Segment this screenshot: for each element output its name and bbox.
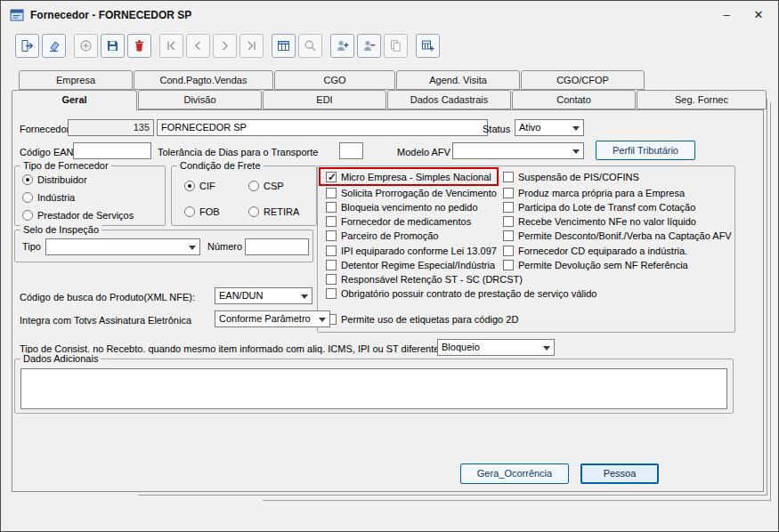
fornecedor-name-field[interactable]: FORNECEDOR SP: [157, 119, 488, 136]
tab-cond-pagto-vendas[interactable]: Cond.Pagto.Vendas: [134, 70, 273, 90]
exit-button[interactable]: [15, 34, 39, 58]
tab-geral[interactable]: Geral: [12, 90, 137, 110]
last-record-button[interactable]: [239, 34, 264, 58]
checkbox-permite-desconto-bonif[interactable]: Permite Desconto/Bonif./Verba na Captaçã…: [503, 230, 732, 242]
checkbox-bloqueia-vencimento-pedido[interactable]: Bloqueia vencimento no pedido: [326, 201, 478, 214]
checkbox-label: Permite uso de etiquetas para código 2D: [341, 314, 518, 325]
tab-cgo[interactable]: CGO: [274, 70, 395, 90]
pessoa-button[interactable]: Pessoa: [580, 463, 659, 484]
gera-ocorrencia-button[interactable]: Gera_Ocorrência: [460, 463, 569, 484]
checkbox-label: Permite Desconto/Bonif./Verba na Captaçã…: [518, 230, 732, 241]
checkbox-label: Recebe Vencimento NFe no valor líquido: [518, 216, 696, 227]
checkbox-label: Suspensão de PIS/COFINS: [518, 172, 639, 182]
table-add-button[interactable]: [416, 34, 440, 58]
selo-tipo-select[interactable]: [45, 238, 200, 255]
close-button[interactable]: ✕: [742, 1, 775, 29]
checkbox-label: Participa do Lote de Transf com Cotação: [518, 202, 695, 213]
checkbox-participa-lote-transf[interactable]: Participa do Lote de Transf com Cotação: [503, 201, 695, 214]
checkbox-obrigatorio-contrato-servico[interactable]: Obrigatório possuir contrato de prestaçã…: [326, 287, 596, 300]
fornecedor-label: Fornecedor: [20, 124, 69, 134]
checkbox-solicita-prorrogacao-vencimento[interactable]: Solicita Prorrogação de Vencimento: [326, 187, 497, 199]
table-view-button[interactable]: [272, 34, 296, 58]
checkbox-label: Bloqueia vencimento no pedido: [341, 202, 478, 213]
add-user-button[interactable]: [330, 34, 354, 58]
checkbox-box: [503, 188, 514, 198]
chevron-down-icon: [543, 346, 550, 351]
selo-numero-field[interactable]: [245, 238, 309, 255]
fornecedor-code-field[interactable]: 135: [68, 119, 154, 136]
checkbox-micro-empresa-simples-nacional[interactable]: Micro Empresa - Simples Nacional: [326, 171, 491, 183]
checkbox-suspensao-pis-cofins[interactable]: Suspensão de PIS/COFINS: [503, 171, 639, 183]
checkbox-responsavel-retencao-st[interactable]: Responsável Retenção ST - SC (DRCST): [326, 273, 523, 286]
radio-cif[interactable]: CIF: [184, 180, 215, 192]
tolerancia-field[interactable]: [339, 142, 363, 159]
radio-industria[interactable]: Indústria: [22, 191, 75, 204]
dados-adicionais-legend: Dados Adicionais: [20, 353, 101, 364]
radio-distribuidor[interactable]: Distribuidor: [22, 173, 87, 186]
checkbox-recebe-vencimento-nfe[interactable]: Recebe Vencimento NFe no valor líquido: [503, 215, 696, 228]
radio-dot: [184, 206, 195, 217]
checkbox-etiquetas-2d[interactable]: Permite uso de etiquetas para código 2D: [326, 313, 518, 326]
checkbox-box: [503, 202, 514, 213]
delete-button[interactable]: [127, 34, 151, 58]
checkbox-box: [503, 260, 514, 270]
codigo-ean-field[interactable]: [73, 142, 151, 159]
checkbox-produz-marca-propria[interactable]: Produz marca própria para a Empresa: [503, 187, 685, 199]
checkbox-label: Fornecedor de medicamentos: [341, 216, 471, 227]
radio-retira[interactable]: RETIRA: [248, 206, 299, 218]
tab-contato[interactable]: Contato: [512, 90, 636, 109]
radio-fob[interactable]: FOB: [184, 206, 220, 218]
previous-record-button[interactable]: [186, 34, 210, 58]
add-button[interactable]: [74, 34, 98, 58]
integra-totvs-select[interactable]: Conforme Parâmetro: [215, 310, 330, 327]
modelo-afv-label: Modelo AFV: [397, 147, 450, 157]
codigo-busca-select[interactable]: EAN/DUN: [215, 287, 312, 304]
copy-button[interactable]: [384, 34, 408, 58]
clear-button[interactable]: [42, 34, 66, 58]
checkbox-label: Detentor Regime Especial/Indústria: [341, 260, 495, 270]
checkbox-fornecedor-medicamentos[interactable]: Fornecedor de medicamentos: [326, 215, 471, 228]
checkbox-box: [326, 274, 337, 285]
dados-adicionais-textarea[interactable]: [20, 368, 727, 409]
tab-agend-visita[interactable]: Agend. Visita: [396, 70, 520, 90]
selo-inspecao-legend: Selo de Inspeção: [20, 224, 101, 235]
remove-user-button[interactable]: [357, 34, 381, 58]
radio-dot: [22, 192, 33, 203]
radio-dot: [22, 174, 33, 185]
minimize-button[interactable]: –: [710, 1, 742, 29]
trash-icon: [133, 39, 146, 52]
tipo-fornecedor-group: Tipo de Fornecedor Distribuidor Indústri…: [14, 165, 166, 226]
radio-prestador-servicos[interactable]: Prestador de Serviços: [22, 209, 134, 222]
radio-label: Distribuidor: [37, 174, 87, 185]
first-record-button[interactable]: [159, 34, 183, 58]
next-record-button[interactable]: [213, 34, 237, 58]
tipo-consist-select[interactable]: Bloqueio: [437, 339, 555, 356]
checkbox-ipi-equiparado-lei-13097[interactable]: IPI equiparado conforme Lei 13.097: [326, 245, 497, 257]
last-icon: [245, 39, 258, 52]
search-button[interactable]: [298, 34, 322, 58]
tab-divisao[interactable]: Divisão: [138, 90, 262, 109]
tab-seg-fornec[interactable]: Seg. Fornec: [637, 90, 767, 109]
modelo-afv-select[interactable]: [452, 142, 584, 159]
tab-cgo-cfop[interactable]: CGO/CFOP: [521, 70, 645, 90]
tab-edi[interactable]: EDI: [263, 90, 386, 109]
save-button[interactable]: [101, 34, 125, 58]
checkbox-fornecedor-cd-equiparado[interactable]: Fornecedor CD equiparado a indústria.: [503, 245, 687, 257]
tipo-consist-value: Bloqueio: [442, 342, 480, 352]
perfil-tributario-button[interactable]: Perfil Tributário: [596, 141, 695, 160]
checkbox-detentor-regime-especial[interactable]: Detentor Regime Especial/Indústria: [326, 259, 495, 271]
tab-empresa[interactable]: Empresa: [19, 70, 133, 90]
checkbox-box: [326, 202, 337, 213]
condicao-frete-legend: Condição de Frete: [177, 160, 264, 171]
status-select[interactable]: Ativo: [515, 119, 584, 136]
tab-dados-cadastrais[interactable]: Dados Cadastrais: [387, 90, 511, 109]
status-label: Status: [483, 124, 510, 134]
checkbox-label: Fornecedor CD equiparado a indústria.: [518, 246, 687, 256]
radio-csp[interactable]: CSP: [248, 180, 284, 192]
checkbox-box: [503, 246, 514, 256]
chevron-down-icon: [572, 126, 580, 131]
checkbox-parceiro-promocao[interactable]: Parceiro de Promoção: [326, 230, 438, 242]
radio-label: Prestador de Serviços: [37, 210, 134, 221]
plus-icon: [79, 39, 93, 52]
checkbox-permite-devolucao-sem-nf[interactable]: Permite Devolução sem NF Referência: [503, 259, 688, 271]
